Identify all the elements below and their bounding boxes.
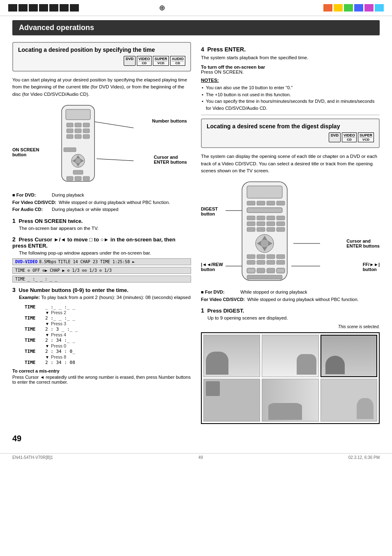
thumb-figure-3 xyxy=(325,356,345,374)
label-number-buttons: Number buttons xyxy=(152,118,187,123)
svg-rect-11 xyxy=(67,134,73,139)
time-arrow-2: ▼ xyxy=(45,333,49,337)
usage-video-row: For Video CD/SVCD: While stopped or duri… xyxy=(12,199,191,206)
svg-line-2 xyxy=(97,159,134,161)
section-title-digest: Locating a desired scene from the digest… xyxy=(207,123,374,130)
callout-lines-left xyxy=(12,101,189,188)
time-value-1: 2 :_ _ :_ _ xyxy=(45,315,78,321)
remote-diagram-left: Number buttons ON SCREEN button Cursor a… xyxy=(12,101,191,188)
bar-color-2 xyxy=(334,4,343,12)
badge-stack-super: SUPER VCD xyxy=(153,56,169,66)
step-4-number: 4 xyxy=(201,46,204,53)
time-label-3: TIME xyxy=(25,338,45,343)
step-3-number: 3 xyxy=(12,287,16,293)
svg-rect-57 xyxy=(277,255,285,259)
svg-rect-55 xyxy=(257,255,265,259)
usage-audio-value: During playback or while stopped xyxy=(52,206,118,213)
svg-rect-4 xyxy=(66,109,90,120)
thumb-figure-5 xyxy=(268,403,302,420)
badge-dvd-digest: DVD xyxy=(329,132,341,142)
time-value-0: _ :_ _ :_ _ xyxy=(45,304,78,310)
usage-dvd-digest-row: ■ For DVD: While stopped or during playb… xyxy=(201,289,380,296)
page-content: Advanced operations Locating a desired p… xyxy=(0,16,392,432)
badge-stack-video: VIDEO CD xyxy=(137,56,152,66)
step-3-example-label: Example: To play back from a point 2 (ho… xyxy=(19,294,191,301)
section-title-time: Locating a desired position by specifyin… xyxy=(18,46,185,53)
info-bar-2-text: TIME ⊙ OFF ⊙▶ CHAP ▶ ⊙ 1/3 ⊙⊙ 1/3 ⊙ 1/3 xyxy=(15,268,112,273)
step-4-title: Press ENTER. xyxy=(207,46,245,53)
thumbnail-4 xyxy=(203,379,260,422)
time-press-3: Press 0 xyxy=(51,343,66,348)
usage-dvd-value: During playback xyxy=(52,192,84,199)
page-title: Advanced operations xyxy=(19,23,94,32)
time-label-4: TIME xyxy=(25,349,45,354)
svg-rect-33 xyxy=(267,201,275,205)
svg-rect-8 xyxy=(67,129,73,133)
svg-rect-10 xyxy=(83,129,90,133)
badge-dvd: DVD xyxy=(124,56,136,66)
badge-super-vcd-label: SUPER xyxy=(154,57,167,61)
label-cursor-enter-left: Cursor and ENTER buttons xyxy=(154,155,187,164)
svg-rect-14 xyxy=(64,148,76,152)
time-label-0: TIME xyxy=(25,304,45,310)
time-value-3: 2 : 34 :_ _ xyxy=(45,338,78,343)
svg-rect-63 xyxy=(257,268,265,273)
top-bar: ⊕ xyxy=(0,0,392,16)
info-bar-2: TIME ⊙ OFF ⊙▶ CHAP ▶ ⊙ 1/3 ⊙⊙ 1/3 ⊙ 1/3 xyxy=(12,267,191,274)
bar-dark-4 xyxy=(39,4,48,12)
bar-dark-5 xyxy=(49,4,58,12)
svg-rect-22 xyxy=(67,176,73,181)
svg-rect-40 xyxy=(247,222,255,226)
bar-color-1 xyxy=(323,4,332,12)
svg-rect-6 xyxy=(75,123,81,127)
step-1-digest-title: Press DIGEST. xyxy=(207,308,244,314)
step-2-number: 2 xyxy=(12,236,16,243)
label-rew-button: |◄◄/REW button xyxy=(201,262,223,272)
remote-image-right xyxy=(238,180,291,284)
time-value-2: 2 : 3 _ :_ _ xyxy=(45,327,78,332)
step-2-desc: The following pop-up window appears unde… xyxy=(19,250,191,257)
time-row-4: TIME 2 : 34 : 0_ xyxy=(25,349,191,354)
on-screen-bar-title: To turn off the on-screen bar xyxy=(201,65,380,70)
time-press-4: Press 8 xyxy=(51,354,66,359)
step-3-example-desc: To play back from a point 2 (hours): 34 … xyxy=(41,295,191,300)
usage-dvd-digest-value: While stopped or during playback xyxy=(240,289,307,296)
note-item-3: You can specify the time in hours/minute… xyxy=(201,98,380,111)
info-bar-3: TIME _ :_ _ : _ _ xyxy=(12,276,191,283)
time-arrow-3: ▼ xyxy=(45,344,49,348)
usage-table-digest: ■ For DVD: While stopped or during playb… xyxy=(201,289,380,303)
badge-audio-cd-label: AUDIO xyxy=(172,57,184,61)
bar-dark-6 xyxy=(60,4,69,12)
badge-row-time: DVD VIDEO CD SUPER VCD AUDIO CD xyxy=(18,56,185,66)
badge-video-cd-digest-row: CD xyxy=(347,138,352,141)
svg-rect-41 xyxy=(257,222,265,226)
step-1-title: Press ON SCREEN twice. xyxy=(18,218,83,224)
time-row-3: TIME 2 : 34 :_ _ xyxy=(25,338,191,343)
badge-super-vcd-digest-label: SUPER xyxy=(360,133,372,138)
time-entry-table: TIME _ :_ _ :_ _ ▼ Press 2 TIME 2 :_ _ :… xyxy=(25,304,191,365)
note-item-2: The +10 button is not used in this funct… xyxy=(201,91,380,98)
bar-color-5 xyxy=(364,4,374,12)
bar-dark-2 xyxy=(18,4,28,12)
time-arrow-1: ▼ xyxy=(45,322,49,326)
section-box-digest: Locating a desired scene from the digest… xyxy=(201,118,380,148)
step-1-digest: 1 Press DIGEST. Up to 9 opening scenes a… xyxy=(201,307,380,322)
remote-svg-left xyxy=(58,103,99,183)
right-column: 4 Press ENTER. The system starts playbac… xyxy=(201,42,380,424)
bar-color-6 xyxy=(375,4,384,12)
svg-rect-54 xyxy=(247,255,255,259)
body-text-digest: The system can display the opening scene… xyxy=(201,153,380,174)
step-1-number: 1 xyxy=(12,218,16,224)
remote-image-left xyxy=(58,103,99,185)
step-3-title: Use Number buttons (0-9) to enter the ti… xyxy=(18,287,128,293)
time-row-1: TIME 2 :_ _ :_ _ xyxy=(25,315,191,321)
svg-rect-30 xyxy=(247,186,282,198)
remote-diagram-right: DIGEST button Cursor and ENTER buttons |… xyxy=(201,178,380,285)
svg-rect-45 xyxy=(257,227,265,232)
badge-row-digest: DVD VIDEO CD SUPER VCD xyxy=(207,132,374,142)
page-number: 49 xyxy=(0,432,392,445)
svg-rect-23 xyxy=(75,176,81,181)
svg-rect-64 xyxy=(267,268,275,273)
svg-rect-38 xyxy=(267,216,275,220)
two-column-layout: Locating a desired position by specifyin… xyxy=(12,42,380,424)
